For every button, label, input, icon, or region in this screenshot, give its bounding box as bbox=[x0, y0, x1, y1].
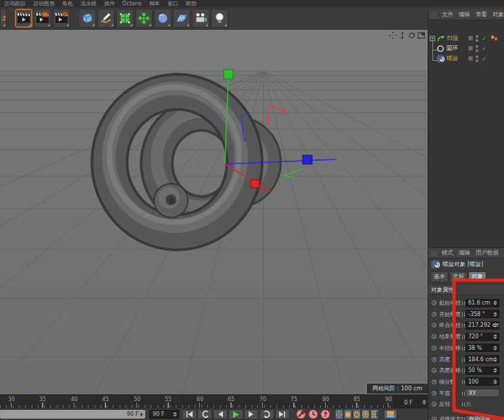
max-frame-stepper[interactable] bbox=[172, 411, 178, 418]
timeline-range-slider[interactable]: 90 F bbox=[0, 410, 145, 419]
object-row-circle[interactable]: 圆环 ✓ bbox=[428, 43, 504, 53]
enabled-check-icon[interactable]: ✓ bbox=[482, 35, 487, 42]
orbit-icon[interactable] bbox=[407, 31, 415, 39]
menu-character[interactable]: 角色 bbox=[62, 1, 73, 7]
play-backward-button[interactable] bbox=[197, 409, 212, 419]
play-reverse-button[interactable] bbox=[259, 409, 274, 419]
reverse-checkbox[interactable] bbox=[465, 401, 472, 407]
record-keyframe-button[interactable] bbox=[295, 409, 307, 419]
motion-tracker-button[interactable] bbox=[15, 9, 32, 28]
radial-bias-field[interactable]: 38 % bbox=[465, 344, 499, 352]
value-stepper[interactable] bbox=[493, 334, 498, 340]
object-name[interactable]: 螺旋 bbox=[447, 55, 464, 63]
spline-pen-button[interactable] bbox=[97, 9, 115, 28]
metaball-button[interactable] bbox=[154, 9, 172, 28]
start-radius-field[interactable]: 61.6 cm bbox=[465, 299, 499, 307]
key-pla-toggle[interactable] bbox=[370, 409, 378, 419]
floor-button[interactable] bbox=[173, 9, 191, 28]
end-radius-field[interactable]: 217.292 cm bbox=[465, 321, 499, 330]
keyframe-dot-icon[interactable] bbox=[432, 334, 436, 339]
height-field[interactable]: 184.6 cm bbox=[465, 355, 499, 363]
key-scale-toggle[interactable] bbox=[344, 409, 352, 419]
value-stepper[interactable] bbox=[493, 344, 498, 351]
visibility-dots[interactable] bbox=[476, 45, 478, 52]
menu-mograph[interactable]: 运动图形 bbox=[33, 1, 55, 7]
value-stepper[interactable] bbox=[493, 356, 498, 363]
frame-stepper[interactable] bbox=[422, 395, 427, 409]
previous-frame-button[interactable] bbox=[213, 409, 228, 419]
next-frame-button[interactable] bbox=[244, 409, 259, 419]
toggle-view-icon[interactable] bbox=[417, 31, 425, 39]
om-menu-object[interactable]: 对象 bbox=[493, 11, 504, 19]
key-rotation-toggle[interactable] bbox=[353, 409, 361, 419]
menu-script[interactable]: 脚本 bbox=[149, 1, 160, 7]
am-menu-edit[interactable]: 编辑 bbox=[459, 249, 470, 257]
value-stepper[interactable] bbox=[493, 378, 498, 385]
value-stepper[interactable] bbox=[493, 367, 498, 374]
value-stepper[interactable] bbox=[493, 311, 498, 317]
object-row-helix[interactable]: 螺旋 ✓ bbox=[428, 53, 504, 63]
keyframe-dot-icon[interactable] bbox=[432, 391, 436, 396]
object-name[interactable]: 圆环 bbox=[447, 45, 464, 53]
go-to-start-button[interactable] bbox=[182, 409, 197, 419]
keyframe-dot-icon[interactable] bbox=[432, 402, 436, 406]
start-angle-field[interactable]: -358 ° bbox=[465, 310, 499, 318]
tab-basic[interactable]: 基本 bbox=[430, 271, 449, 282]
keyframe-selection-button[interactable] bbox=[384, 409, 397, 419]
keyframe-dot-icon[interactable] bbox=[432, 357, 436, 362]
menu-window[interactable]: 窗口 bbox=[168, 1, 178, 7]
value-stepper[interactable] bbox=[493, 300, 498, 307]
go-to-end-button[interactable] bbox=[275, 409, 290, 419]
end-angle-field[interactable]: 720 ° bbox=[465, 333, 499, 341]
om-menu-edit[interactable]: 编辑 bbox=[459, 11, 470, 19]
collapse-icon[interactable] bbox=[430, 36, 435, 41]
cube-partial-icon[interactable] bbox=[0, 9, 7, 28]
key-parameter-toggle[interactable]: P bbox=[361, 409, 370, 419]
interpolation-dropdown[interactable]: 自动适应 bbox=[465, 415, 499, 420]
plane-dropdown[interactable]: XY bbox=[465, 389, 499, 397]
camera-button[interactable] bbox=[192, 9, 209, 28]
keyframe-dot-icon[interactable] bbox=[432, 368, 436, 373]
enabled-check-icon[interactable]: ✓ bbox=[482, 55, 487, 62]
subdivision-field[interactable]: 100 bbox=[465, 377, 499, 386]
menu-motion-tracker[interactable]: 运动跟踪 bbox=[4, 1, 26, 7]
play-forward-button[interactable] bbox=[228, 409, 243, 419]
panel-menu-icon[interactable] bbox=[431, 12, 436, 18]
keyframe-dot-icon[interactable] bbox=[432, 379, 436, 384]
am-menu-userdata[interactable]: 用户数据 bbox=[476, 249, 499, 257]
tab-coordinates[interactable]: 坐标 bbox=[449, 271, 468, 282]
om-menu-view[interactable]: 查看 bbox=[476, 11, 487, 19]
menu-plugins[interactable]: 插件 bbox=[104, 1, 115, 7]
keyframe-dot-icon[interactable] bbox=[432, 417, 436, 420]
motion-tracker-object-button[interactable] bbox=[34, 9, 51, 28]
layer-square[interactable] bbox=[468, 46, 473, 51]
pan-icon[interactable] bbox=[388, 31, 397, 39]
layer-square[interactable] bbox=[468, 56, 473, 61]
current-frame-field[interactable]: 0 F bbox=[394, 395, 428, 409]
menu-octane[interactable]: Octane bbox=[122, 1, 142, 7]
key-position-toggle[interactable] bbox=[335, 409, 343, 419]
keyframe-dot-icon[interactable] bbox=[432, 300, 436, 305]
menu-pipeline[interactable]: 流水线 bbox=[80, 1, 97, 7]
max-frame-spinner[interactable]: 90 F bbox=[149, 410, 179, 419]
object-properties-header[interactable]: 对象属性 bbox=[428, 286, 504, 295]
subdivision-surface-button[interactable] bbox=[116, 9, 134, 28]
value-stepper[interactable] bbox=[493, 322, 498, 329]
dolly-icon[interactable] bbox=[398, 31, 406, 39]
keyframe-dot-icon[interactable] bbox=[432, 312, 436, 317]
layer-square[interactable] bbox=[468, 36, 473, 41]
menu-help[interactable]: 帮助 bbox=[186, 1, 197, 7]
visibility-dots[interactable] bbox=[476, 35, 478, 42]
help-button[interactable]: ? bbox=[320, 409, 331, 419]
cube-primitive-button[interactable] bbox=[78, 9, 96, 28]
timeline-ruler[interactable]: 30 35 40 45 50 55 60 65 70 75 80 85 90 0… bbox=[0, 394, 428, 409]
am-menu-mode[interactable]: 模式 bbox=[442, 249, 453, 257]
keyframe-dot-icon[interactable] bbox=[432, 323, 436, 327]
motion-tracker-solve-button[interactable] bbox=[53, 9, 70, 28]
autokey-button[interactable] bbox=[307, 409, 319, 419]
perspective-viewport[interactable]: 网格间距 : 100 cm bbox=[0, 30, 428, 394]
height-bias-field[interactable]: 50 % bbox=[465, 367, 499, 375]
array-cluster-button[interactable] bbox=[135, 9, 153, 28]
visibility-dots[interactable] bbox=[476, 55, 478, 62]
light-button[interactable] bbox=[211, 9, 228, 28]
